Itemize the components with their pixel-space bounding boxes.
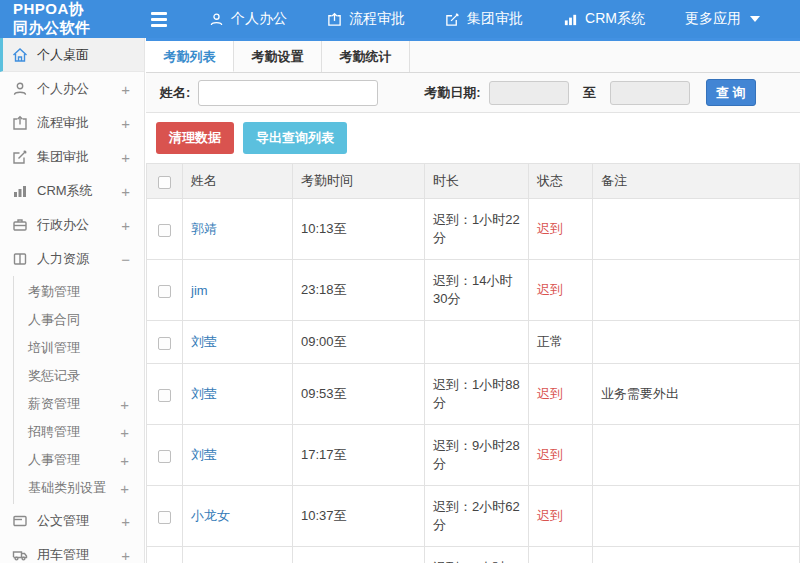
expand-icon[interactable]: + <box>121 547 136 563</box>
name-input[interactable] <box>198 80 378 106</box>
nav-group-approval[interactable]: 集团审批 <box>445 10 523 28</box>
employee-name-link[interactable]: 郭靖 <box>191 221 217 236</box>
expand-icon[interactable]: + <box>120 424 144 441</box>
nav-more-apps[interactable]: 更多应用 <box>685 10 760 28</box>
table-row: 刘莹 09:53至 迟到：1小时88分 迟到 业务需要外出 <box>147 364 800 425</box>
sidebar-item-personal-desktop[interactable]: 个人桌面 <box>0 38 144 72</box>
sidebar-item-document-mgmt[interactable]: 公文管理 + <box>0 504 144 538</box>
employee-name-link[interactable]: 刘莹 <box>191 334 217 349</box>
expand-icon[interactable]: + <box>121 513 136 530</box>
attendance-time: 09:53至 <box>293 364 425 425</box>
app-title: PHPOA协同办公软件 <box>0 0 93 38</box>
expand-icon[interactable]: + <box>121 81 136 98</box>
date-end-input[interactable] <box>610 81 690 105</box>
top-navigation: 个人办公 流程审批 集团审批 CRM系统 更多应用 <box>209 10 800 28</box>
expand-icon[interactable]: + <box>121 183 136 200</box>
duration: 迟到：1小时88分 <box>425 364 529 425</box>
sidebar-hr-submenu: 考勤管理 人事合同 培训管理 奖惩记录 薪资管理 + 招聘管理 + 人事管理 +… <box>13 276 144 504</box>
sidebar-item-salary-mgmt[interactable]: 薪资管理 + <box>14 390 144 418</box>
table-row: jim 23:18至 迟到：14小时30分 迟到 <box>147 260 800 321</box>
col-duration: 时长 <box>425 164 529 199</box>
collapse-icon[interactable]: − <box>121 251 136 268</box>
duration: 迟到：1小时22分 <box>425 199 529 260</box>
attendance-time: 23:18至 <box>293 260 425 321</box>
briefcase-icon <box>12 217 28 233</box>
attendance-time: 10:37至 <box>293 486 425 547</box>
employee-name-link[interactable]: jim <box>191 283 208 298</box>
sidebar-item-vehicle-mgmt[interactable]: 用车管理 + <box>0 538 144 563</box>
note <box>593 321 800 364</box>
status-badge: 正常 <box>529 321 593 364</box>
expand-icon[interactable]: + <box>120 452 144 469</box>
attendance-time: 17:17至 <box>293 425 425 486</box>
clear-data-button[interactable]: 清理数据 <box>156 122 234 154</box>
sidebar-item-training-mgmt[interactable]: 培训管理 <box>14 334 144 362</box>
expand-icon[interactable]: + <box>120 396 144 413</box>
sidebar-item-admin-office[interactable]: 行政办公 + <box>0 208 144 242</box>
sidebar-item-hr-contract[interactable]: 人事合同 <box>14 306 144 334</box>
menu-toggle-icon[interactable] <box>151 12 167 27</box>
date-start-input[interactable] <box>489 81 569 105</box>
export-list-button[interactable]: 导出查询列表 <box>243 122 347 154</box>
caret-down-icon <box>750 16 760 22</box>
sidebar-item-recruit-mgmt[interactable]: 招聘管理 + <box>14 418 144 446</box>
expand-icon[interactable]: + <box>121 149 136 166</box>
col-note: 备注 <box>593 164 800 199</box>
tab-attendance-stats[interactable]: 考勤统计 <box>322 41 410 72</box>
note <box>593 425 800 486</box>
tab-attendance-list[interactable]: 考勤列表 <box>146 41 234 72</box>
col-name: 姓名 <box>183 164 293 199</box>
query-button[interactable]: 查 询 <box>706 79 756 106</box>
row-checkbox[interactable] <box>158 285 171 298</box>
table-header-row: 姓名 考勤时间 时长 状态 备注 <box>147 164 800 199</box>
sidebar-item-personal-office[interactable]: 个人办公 + <box>0 72 144 106</box>
workflow-icon <box>12 115 28 131</box>
sidebar-item-hr[interactable]: 人力资源 − <box>0 242 144 276</box>
sidebar-item-attendance-mgmt[interactable]: 考勤管理 <box>14 278 144 306</box>
status-badge: 迟到/早退 <box>529 547 593 563</box>
table-row: 刘莹 09:00至 正常 <box>147 321 800 364</box>
sidebar-item-personnel-mgmt[interactable]: 人事管理 + <box>14 446 144 474</box>
person-icon <box>209 12 224 27</box>
status-badge: 迟到 <box>529 364 593 425</box>
col-status: 状态 <box>529 164 593 199</box>
sidebar-item-base-category[interactable]: 基础类别设置 + <box>14 474 144 502</box>
status-badge: 迟到 <box>529 260 593 321</box>
status-badge: 迟到 <box>529 486 593 547</box>
sidebar-item-crm[interactable]: CRM系统 + <box>0 174 144 208</box>
expand-icon[interactable]: + <box>121 217 136 234</box>
row-checkbox[interactable] <box>158 511 171 524</box>
status-badge: 迟到 <box>529 425 593 486</box>
employee-name-link[interactable]: 刘莹 <box>191 386 217 401</box>
note: 业务需要外出 <box>593 364 800 425</box>
action-toolbar: 清理数据 导出查询列表 <box>146 113 800 163</box>
nav-workflow-approval[interactable]: 流程审批 <box>327 10 405 28</box>
expand-icon[interactable]: + <box>120 480 144 497</box>
sidebar-item-workflow-approval[interactable]: 流程审批 + <box>0 106 144 140</box>
book-icon <box>12 251 28 267</box>
row-checkbox[interactable] <box>158 337 171 350</box>
sidebar-item-reward-punish[interactable]: 奖惩记录 <box>14 362 144 390</box>
row-checkbox[interactable] <box>158 224 171 237</box>
row-checkbox[interactable] <box>158 389 171 402</box>
table-row: 郭靖 10:13至 迟到：1小时22分 迟到 <box>147 199 800 260</box>
document-icon <box>12 513 28 529</box>
table-row: 管理员 10:54至10:54 迟到：2小时90分 早退：7小时10分 迟到/早… <box>147 547 800 563</box>
duration: 迟到：2小时62分 <box>425 486 529 547</box>
select-all-checkbox[interactable] <box>158 176 171 189</box>
row-checkbox[interactable] <box>158 450 171 463</box>
employee-name-link[interactable]: 刘莹 <box>191 447 217 462</box>
nav-crm-system[interactable]: CRM系统 <box>563 10 645 28</box>
date-to-label: 至 <box>583 84 596 102</box>
car-icon <box>12 547 28 563</box>
main-panel: 考勤列表 考勤设置 考勤统计 姓名: 考勤日期: 至 查 询 清理数据 导出查询… <box>146 38 800 563</box>
sidebar-item-group-approval[interactable]: 集团审批 + <box>0 140 144 174</box>
nav-personal-office[interactable]: 个人办公 <box>209 10 287 28</box>
tab-attendance-settings[interactable]: 考勤设置 <box>234 41 322 72</box>
chart-icon <box>563 12 578 27</box>
col-time: 考勤时间 <box>293 164 425 199</box>
table-row: 小龙女 10:37至 迟到：2小时62分 迟到 <box>147 486 800 547</box>
note <box>593 199 800 260</box>
expand-icon[interactable]: + <box>121 115 136 132</box>
employee-name-link[interactable]: 小龙女 <box>191 508 230 523</box>
